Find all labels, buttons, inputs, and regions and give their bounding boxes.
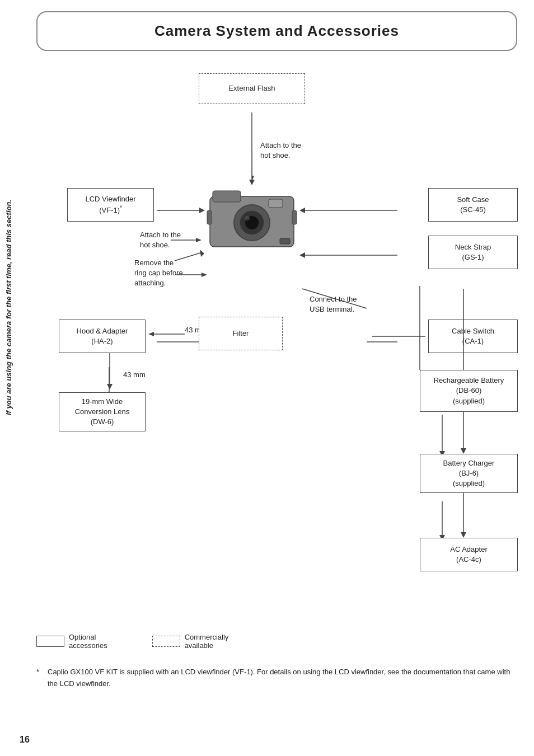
legend-commercially: Commerciallyavailable (152, 633, 229, 650)
remove-ring-label: Remove thering cap beforeattaching. (134, 258, 183, 289)
ac-adapter-label: AC Adapter(AC-4c) (450, 544, 488, 565)
legend-dashed-box (152, 636, 180, 647)
title-box: Camera System and Accessories (36, 11, 517, 51)
camera-image (202, 182, 302, 255)
attach-hot-shoe-left-label: Attach to thehot shoe. (140, 230, 181, 250)
svg-marker-45 (461, 532, 466, 538)
battery-charger-label: Battery Charger(BJ-6)(supplied) (443, 458, 495, 489)
legend-commercially-label: Commerciallyavailable (185, 633, 229, 650)
external-flash-box: External Flash (199, 73, 305, 104)
footnote: * Caplio GX100 VF KIT is supplied with a… (36, 666, 517, 690)
neck-strap-label: Neck Strap(GS-1) (455, 242, 491, 262)
footnote-asterisk: * (36, 666, 39, 678)
svg-rect-29 (280, 238, 290, 244)
svg-marker-33 (196, 238, 202, 242)
main-content: Camera System and Accessories (20, 0, 534, 724)
lcd-viewfinder-label: LCD Viewfinder(VF-1)* (85, 194, 135, 216)
43mm-bottom-label: 43 mm (123, 370, 146, 380)
legend-optional-label: Optionalaccessories (69, 633, 107, 650)
svg-rect-21 (213, 191, 241, 202)
page-number: 16 (20, 735, 30, 745)
svg-marker-43 (461, 448, 466, 454)
hood-adapter-label: Hood & Adapter(HA-2) (77, 326, 128, 346)
rechargeable-battery-box: Rechargeable Battery(DB-60)(supplied) (420, 370, 518, 412)
ac-adapter-box: AC Adapter(AC-4c) (420, 538, 518, 571)
legend-optional: Optionalaccessories (36, 633, 107, 650)
footnote-text: Caplio GX100 VF KIT is supplied with an … (48, 668, 510, 688)
filter-box: Filter (199, 317, 283, 350)
svg-marker-37 (148, 332, 154, 336)
svg-marker-35 (202, 273, 207, 277)
wide-conversion-box: 19-mm WideConversion Lens(DW-6) (59, 392, 146, 431)
neck-strap-box: Neck Strap(GS-1) (428, 236, 518, 269)
soft-case-box: Soft Case(SC-45) (428, 188, 518, 222)
hood-adapter-box: Hood & Adapter(HA-2) (59, 320, 146, 353)
battery-charger-box: Battery Charger(BJ-6)(supplied) (420, 454, 518, 493)
side-label: If you are using the camera for the firs… (0, 112, 17, 504)
lcd-viewfinder-box: LCD Viewfinder(VF-1)* (67, 188, 154, 222)
svg-rect-28 (207, 210, 212, 224)
rechargeable-battery-label: Rechargeable Battery(DB-60)(supplied) (434, 375, 504, 406)
diagram: External Flash LCD Viewfinder(VF-1)* Sof… (36, 68, 518, 655)
external-flash-label: External Flash (228, 83, 275, 93)
attach-hot-shoe-top-label: Attach to thehot shoe. (260, 140, 301, 161)
cable-switch-box: Cable Switch(CA-1) (428, 320, 518, 353)
legend: Optionalaccessories Commerciallyavailabl… (36, 633, 228, 650)
svg-rect-27 (292, 210, 297, 224)
svg-point-25 (245, 216, 250, 220)
wide-conversion-label: 19-mm WideConversion Lens(DW-6) (75, 397, 130, 428)
soft-case-label: Soft Case(SC-45) (457, 195, 489, 215)
cable-switch-label: Cable Switch(CA-1) (452, 326, 494, 346)
svg-marker-40 (107, 384, 113, 389)
page-title: Camera System and Accessories (60, 22, 494, 40)
svg-marker-31 (252, 176, 254, 181)
connect-usb-label: Connect to theUSB terminal. (310, 294, 357, 314)
filter-label: Filter (233, 328, 249, 339)
legend-solid-box (36, 636, 64, 647)
svg-rect-26 (269, 199, 283, 208)
